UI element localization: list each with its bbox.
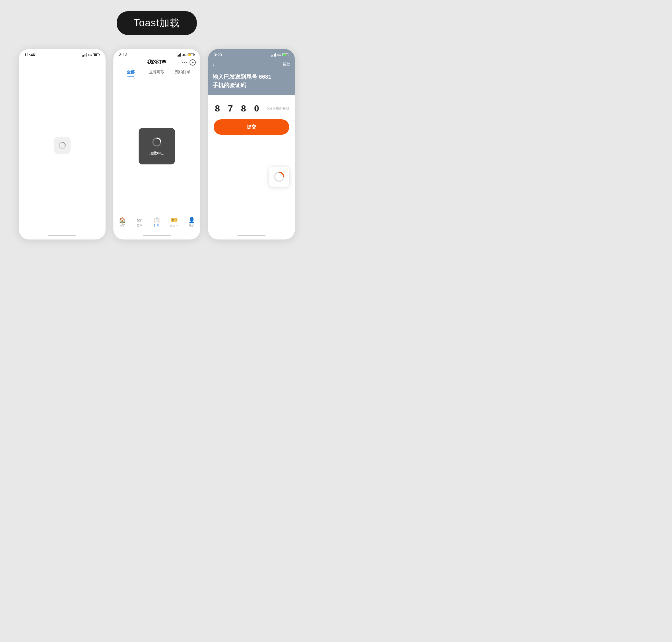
phone3-submit-button[interactable]: 提交 [214,119,289,135]
bottom-tab-orders[interactable]: 📋 订单 [148,217,166,228]
otp-digit-3: 8 [240,103,247,114]
dark-toast-spinner-icon [151,137,163,147]
tab-immediate[interactable]: 立等可取 [144,67,170,77]
bottom-tab-card[interactable]: 🎫 自由卡 [166,217,183,228]
phone2-bottom-tabs: 🏠 首页 🍽 菜单 📋 订单 🎫 自由卡 👤 我的 [113,215,200,232]
phone1-status-bar: 11:46 4G [19,49,106,59]
phone1-network: 4G [88,53,92,56]
phone3-signal-icon [271,53,276,56]
phone3-header: 3:23 4G ⚡ [208,49,295,95]
phone2-battery-icon [188,53,195,56]
otp-resend-text[interactable]: 55s后重新获取 [267,106,289,111]
phone1-signal-icon [82,53,87,56]
dark-toast-loading: 加载中... [139,128,175,164]
home-icon: 🏠 [119,217,126,223]
phone1-body [19,59,106,232]
phone1-time: 11:46 [24,52,35,57]
phone2-dots-icon[interactable] [182,62,187,63]
tab-all[interactable]: 全部 [118,67,144,77]
phone2-scan-icon[interactable] [190,60,196,66]
phone-3: 3:23 4G ⚡ [208,49,295,240]
phone3-battery-icon: ⚡ [282,53,289,56]
phones-container: 11:46 4G [19,49,295,240]
phone2-time: 2:12 [119,52,127,57]
bottom-tab-menu-label: 菜单 [137,224,142,228]
phone2-home-indicator [113,232,200,240]
phone2-status-icons: 4G [177,53,195,56]
bottom-tab-orders-label: 订单 [154,224,159,228]
bottom-tab-mine[interactable]: 👤 我的 [183,217,200,228]
otp-digit-4: 0 [253,103,260,114]
phone2-status-bar: 2:12 4G [113,49,200,59]
phone-1: 11:46 4G [19,49,106,240]
phone2-tab-row: 全部 立等可取 预约订单 [113,67,200,77]
phone1-home-indicator [19,232,106,240]
card-icon: 🎫 [171,217,178,223]
phone3-status-bar: 3:23 4G ⚡ [212,49,290,59]
phone3-white-toast [269,167,289,187]
bottom-tab-menu[interactable]: 🍽 菜单 [131,217,148,228]
bottom-tab-home[interactable]: 🏠 首页 [113,217,131,228]
otp-digit-2: 7 [227,103,234,114]
phone3-spinner-icon [273,170,285,183]
bottom-tab-mine-label: 我的 [189,224,194,228]
phone3-help-button[interactable]: 帮助 [283,62,290,67]
phone2-signal-icon [177,53,181,56]
phone3-otp-row: 8 7 8 0 55s后重新获取 [214,103,289,114]
bottom-tab-card-label: 自由卡 [170,224,178,228]
phone1-spinner-box [54,137,70,154]
phone3-home-indicator [208,232,295,240]
phone3-body: 8 7 8 0 55s后重新获取 提交 [208,95,295,232]
phone2-body: 加载中... [113,77,200,215]
phone2-network: 4G [182,53,186,56]
dark-toast-text: 加载中... [149,151,164,156]
phone1-status-icons: 4G [82,53,100,56]
phone1-battery-icon [93,53,100,56]
page-title: Toast加载 [117,11,196,35]
phone3-nav: ‹ 帮助 [212,59,290,70]
otp-digit-1: 8 [214,103,221,114]
phone3-back-button[interactable]: ‹ [212,61,215,67]
phone-2: 2:12 4G 我的订单 [113,49,200,240]
menu-icon: 🍽 [137,217,142,223]
phone1-spinner-icon [58,141,66,150]
mine-icon: 👤 [188,217,195,223]
phone3-title: 输入已发送到尾号 6681 手机的验证码 [212,73,290,89]
bottom-tab-home-label: 首页 [119,224,125,228]
tab-reservation[interactable]: 预约订单 [170,67,196,77]
phone3-status-icons: 4G ⚡ [271,53,289,56]
phone3-time: 3:23 [214,52,222,57]
phone3-network: 4G [277,53,281,56]
orders-icon: 📋 [153,217,160,223]
phone2-nav-area: 我的订单 [113,59,200,67]
